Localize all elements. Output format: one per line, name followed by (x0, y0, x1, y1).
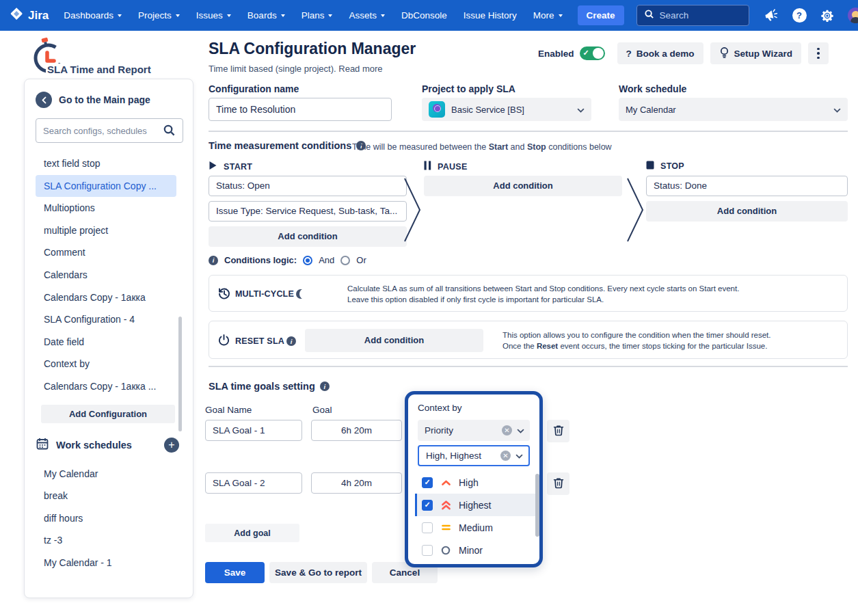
read-more-link[interactable]: Read more (338, 64, 382, 74)
nav-menu-item[interactable]: Issue History (464, 10, 517, 21)
project-avatar (429, 101, 445, 118)
config-list-item[interactable]: SLA Configuration Copy ... (36, 175, 176, 198)
add-goal-button[interactable]: Add goal (205, 524, 299, 542)
work-schedules-header: Work schedules + (36, 437, 182, 453)
stop-condition-1[interactable]: Status: Done (646, 176, 848, 196)
schedule-list-item[interactable]: diff hours (36, 507, 176, 530)
clear-icon[interactable]: ✕ (502, 425, 512, 436)
more-actions-menu-button[interactable] (808, 42, 829, 64)
nav-menu-item[interactable]: Issues (196, 10, 231, 21)
priority-option[interactable]: High (415, 471, 535, 494)
save-and-go-to-report-button[interactable]: Save & Go to report (269, 562, 367, 583)
priority-option[interactable]: Minor (415, 539, 535, 561)
reset-sla-card: RESET SLA i Add condition This option al… (209, 321, 848, 359)
config-list-item[interactable]: Calendars (36, 264, 176, 286)
config-list-item[interactable]: Multioptions (36, 197, 176, 219)
sidebar-scrollbar[interactable] (178, 317, 182, 431)
nav-menu-item[interactable]: Projects (138, 10, 180, 21)
nav-menu-item[interactable]: Assets (349, 10, 385, 21)
announcement-icon[interactable] (764, 8, 779, 23)
start-column-header: START (209, 161, 252, 172)
context-values-select[interactable]: High, Highest ✕ (418, 445, 530, 466)
nav-menu-item[interactable]: Dashboards (64, 10, 122, 21)
save-button[interactable]: Save (205, 562, 265, 583)
user-avatar[interactable] (848, 8, 858, 23)
page-body: SLA Time and Report Go to the Main page … (0, 31, 858, 616)
setup-wizard-button[interactable]: Setup Wizard (710, 42, 801, 64)
nav-menu-item[interactable]: Plans (301, 10, 333, 21)
checkbox[interactable] (422, 500, 433, 511)
priority-minor-icon (440, 544, 452, 557)
settings-gear-icon[interactable] (820, 9, 834, 23)
info-icon[interactable]: i (209, 256, 218, 265)
goal-name-column-label: Goal Name (205, 405, 252, 415)
add-schedule-button[interactable]: + (164, 438, 179, 453)
checkbox[interactable] (422, 522, 433, 533)
checkbox[interactable] (422, 545, 433, 556)
context-field-select[interactable]: Priority ✕ (418, 420, 530, 441)
conditions-heading: Time measurement conditions i (209, 140, 366, 151)
clear-icon[interactable]: ✕ (500, 451, 511, 461)
create-button[interactable]: Create (578, 5, 624, 25)
priority-options-menu: High Highest Medium Minor (415, 471, 535, 564)
nav-menu-item[interactable]: More (533, 10, 563, 21)
config-list-item[interactable]: Calendars Copy - 1акка ... (36, 375, 176, 398)
schedule-list-item[interactable]: My Calendar - 1 (36, 552, 176, 574)
pause-add-condition-button[interactable]: Add condition (424, 176, 622, 196)
start-condition-2[interactable]: Issue Type: Service Request, Sub-task, T… (209, 201, 407, 222)
reset-add-condition-button[interactable]: Add condition (305, 329, 483, 352)
config-list-item[interactable]: SLA Configuration - 4 (36, 308, 176, 331)
config-list-item[interactable]: Comment (36, 241, 176, 264)
schedule-list-item[interactable]: My Calendar (36, 463, 176, 485)
nav-search-input[interactable] (660, 10, 742, 21)
menu-scrollbar[interactable] (535, 474, 539, 537)
sidebar-search-input[interactable] (36, 118, 183, 143)
logic-and-radio[interactable] (303, 256, 312, 265)
config-list-item[interactable]: multiple project (36, 219, 176, 242)
jira-logo[interactable]: Jira (10, 7, 49, 24)
sidebar-search (36, 118, 182, 143)
add-configuration-button[interactable]: Add Configuration (41, 405, 175, 423)
book-demo-button[interactable]: ? Book a demo (617, 42, 703, 64)
goal-value-input[interactable]: 6h 20m (311, 420, 402, 441)
goal-value-input[interactable]: 4h 20m (311, 472, 402, 494)
nav-search[interactable] (636, 5, 749, 26)
config-name-input[interactable]: Time to Resolution (209, 98, 392, 121)
goal-name-input[interactable]: SLA Goal - 2 (205, 472, 302, 494)
enabled-toggle[interactable] (580, 46, 605, 60)
config-list-item[interactable]: Calendars Copy - 1акка (36, 286, 176, 309)
chevron-down-icon (118, 14, 122, 17)
config-list: text field stopSLA Configuration Copy ..… (36, 152, 182, 398)
conditions-logic-row: i Conditions logic: And Or (209, 255, 366, 265)
info-icon[interactable]: i (286, 336, 296, 346)
start-condition-1[interactable]: Status: Open (209, 176, 407, 196)
nav-menu-item[interactable]: DbConsole (401, 10, 447, 21)
multicycle-card: MULTI-CYCLE i Calculate SLA as sum of al… (209, 275, 848, 312)
nav-menu-item[interactable]: Boards (247, 10, 285, 21)
schedule-list-item[interactable]: tz -3 (36, 529, 176, 552)
config-list-item[interactable]: text field stop (36, 152, 176, 175)
back-to-main-link[interactable]: Go to the Main page (36, 92, 182, 108)
start-add-condition-button[interactable]: Add condition (209, 226, 407, 247)
priority-highest-icon (440, 499, 452, 511)
chevron-down-icon (833, 105, 841, 115)
schedule-list-item[interactable]: break (36, 485, 176, 507)
delete-goal-button[interactable] (547, 472, 569, 495)
delete-goal-button[interactable] (547, 420, 569, 442)
help-icon[interactable]: ? (792, 8, 807, 23)
sidebar: Go to the Main page text field stopSLA C… (24, 79, 193, 598)
config-list-item[interactable]: Context by (36, 353, 176, 375)
priority-option[interactable]: Medium (415, 516, 535, 539)
info-icon[interactable]: i (320, 381, 330, 391)
priority-option[interactable]: Highest (415, 494, 535, 516)
project-select[interactable]: Basic Service [BS] (422, 98, 591, 121)
config-list-item[interactable]: Date field (36, 331, 176, 353)
work-schedule-select[interactable]: My Calendar (619, 98, 848, 121)
goal-name-input[interactable]: SLA Goal - 1 (205, 420, 302, 441)
search-icon (644, 9, 654, 22)
stop-add-condition-button[interactable]: Add condition (646, 201, 848, 222)
checkbox[interactable] (422, 477, 433, 488)
logic-or-radio[interactable] (340, 256, 350, 265)
config-name-label: Configuration name (209, 83, 299, 94)
multicycle-description: Calculate SLA as sum of all transitions … (347, 283, 739, 305)
